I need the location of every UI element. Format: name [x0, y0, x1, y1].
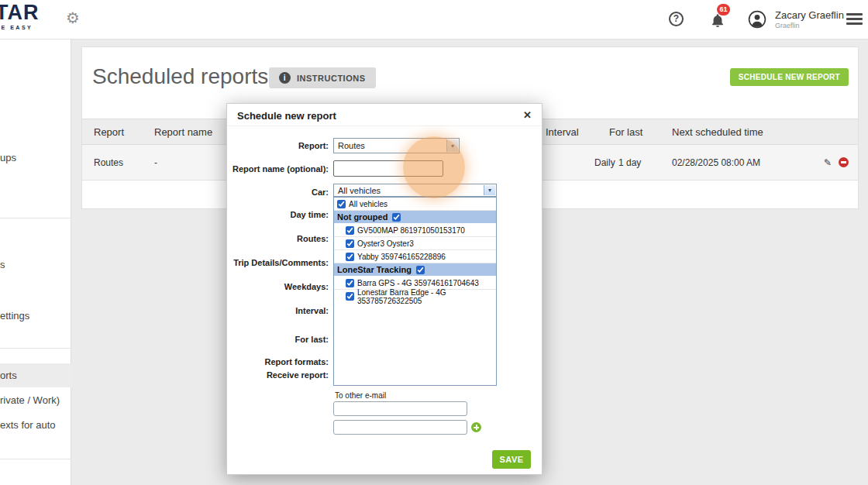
vehicle-option[interactable]: Lonestar Barra Edge - 4G 353785726322505 [334, 290, 496, 303]
cell-next-scheduled-time: 02/28/2025 08:00 AM [672, 157, 760, 168]
vehicle-option-label: GV500MAP 861971050153170 [357, 226, 465, 235]
app-page: TAR DE EASY ⚙ ? 61 Zacary Graeflin Graef… [0, 0, 868, 485]
logo: TAR DE EASY [0, 2, 40, 30]
sidebar-item-private-work[interactable]: rivate / Work) [0, 394, 60, 406]
vehicle-option-label: Barra GPS - 4G 359746161704643 [357, 279, 479, 287]
vehicle-checkbox[interactable] [346, 292, 354, 301]
vehicle-checkbox[interactable] [337, 200, 346, 208]
vehicle-checkbox[interactable] [346, 226, 354, 235]
sidebar-item-settings[interactable]: ettings [0, 310, 29, 322]
edit-pencil-icon[interactable]: ✎ [824, 157, 832, 168]
add-email-plus-icon[interactable] [471, 422, 481, 432]
vehicle-group-lonestar-tracking[interactable]: LoneStar Tracking [334, 263, 496, 277]
day-time-label: Day time: [226, 210, 329, 219]
vehicle-listbox: All vehicles Not grouped GV500MAP 861971… [333, 197, 497, 386]
page-title: Scheduled reports [92, 64, 268, 89]
vehicle-checkbox[interactable] [346, 279, 354, 287]
car-select-value: All vehicles [338, 186, 381, 195]
vehicle-option-label: All vehicles [349, 200, 388, 208]
vehicle-checkbox[interactable] [346, 239, 354, 248]
col-report: Report [94, 126, 124, 138]
receive-report-label: Receive report: [226, 370, 329, 380]
sidebar-divider [0, 348, 71, 349]
report-name-input[interactable] [333, 160, 443, 177]
delete-icon[interactable] [839, 157, 849, 167]
modal-title: Schedule new report [237, 110, 336, 122]
notification-badge: 61 [717, 4, 730, 15]
additional-email-input[interactable] [333, 420, 467, 435]
settings-gear-icon[interactable]: ⚙ [66, 10, 80, 26]
cell-report-name: - [154, 157, 157, 168]
weekdays-label: Weekdays: [226, 282, 329, 291]
routes-label: Routes: [226, 234, 329, 243]
sidebar-item-2[interactable]: s [0, 259, 5, 270]
vehicle-option-all[interactable]: All vehicles [334, 198, 496, 211]
sidebar: ups s ettings orts rivate / Work) exts f… [0, 40, 71, 485]
sidebar-divider [0, 459, 71, 459]
vehicle-option-label: Lonestar Barra Edge - 4G 353785726322505 [357, 288, 496, 305]
chevron-down-icon: ▾ [446, 139, 458, 152]
col-next-scheduled-time: Next scheduled time [672, 126, 763, 138]
vehicle-group-label: Not grouped [337, 212, 388, 222]
sidebar-item-reports[interactable]: orts [0, 370, 17, 381]
top-bar: TAR DE EASY ⚙ ? 61 Zacary Graeflin Graef… [0, 0, 868, 40]
group-checkbox[interactable] [416, 266, 425, 274]
vehicle-option[interactable]: Oyster3 Oyster3 [334, 237, 496, 250]
col-report-name: Report name [154, 126, 212, 138]
sidebar-divider [0, 218, 71, 218]
hamburger-menu-icon[interactable] [846, 13, 863, 25]
modal-divider [227, 126, 542, 126]
vehicle-option-label: Oyster3 Oyster3 [357, 239, 414, 248]
group-checkbox[interactable] [392, 213, 401, 222]
vehicle-option[interactable]: GV500MAP 861971050153170 [334, 224, 496, 237]
info-icon: i [279, 72, 291, 84]
vehicle-option[interactable]: Yabby 359746165228896 [334, 250, 496, 263]
vehicle-group-label: LoneStar Tracking [337, 265, 412, 274]
user-avatar-icon[interactable] [748, 10, 766, 29]
logo-text: TAR [0, 2, 40, 23]
save-button[interactable]: SAVE [492, 450, 531, 469]
report-formats-label: Report formats: [226, 357, 329, 366]
col-for-last: For last [609, 126, 642, 138]
schedule-new-report-button[interactable]: SCHEDULE NEW REPORT [730, 68, 849, 86]
interval-label: Interval: [226, 306, 329, 315]
instructions-button[interactable]: i INSTRUCTIONS [269, 67, 376, 88]
sidebar-item-texts-for-auto[interactable]: exts for auto [0, 419, 56, 431]
close-icon[interactable]: ✕ [523, 109, 532, 121]
user-name: Zacary Graeflin [775, 9, 844, 21]
to-other-email-label: To other e-mail [335, 391, 386, 400]
vehicle-group-not-grouped[interactable]: Not grouped [334, 211, 496, 224]
instructions-button-label: INSTRUCTIONS [297, 74, 366, 83]
schedule-new-report-modal: Schedule new report ✕ Report: Report nam… [226, 103, 542, 475]
report-name-label: Report name (optional): [226, 164, 329, 174]
for-last-label: For last: [226, 335, 329, 344]
car-label: Car: [226, 187, 329, 197]
report-select[interactable]: Routes ▾ [333, 138, 460, 153]
help-icon[interactable]: ? [669, 12, 684, 26]
vehicle-checkbox[interactable] [346, 253, 354, 261]
report-label: Report: [226, 141, 329, 150]
cell-interval: Daily [594, 157, 615, 168]
sidebar-item-groups[interactable]: ups [0, 152, 16, 163]
other-email-input[interactable] [333, 401, 467, 416]
col-interval: Interval [546, 126, 579, 138]
trip-details-label: Trip Details/Comments: [226, 258, 329, 267]
logo-tagline: DE EASY [0, 25, 40, 30]
chevron-down-icon: ▾ [484, 185, 495, 195]
report-select-value: Routes [338, 141, 365, 150]
vehicle-option-label: Yabby 359746165228896 [357, 253, 446, 261]
car-select[interactable]: All vehicles ▾ [333, 184, 497, 197]
cell-for-last: 1 day [618, 157, 641, 168]
cell-report: Routes [94, 157, 123, 168]
user-subtitle: Graeflin [775, 22, 800, 29]
notifications-bell-icon[interactable]: 61 [710, 12, 725, 29]
